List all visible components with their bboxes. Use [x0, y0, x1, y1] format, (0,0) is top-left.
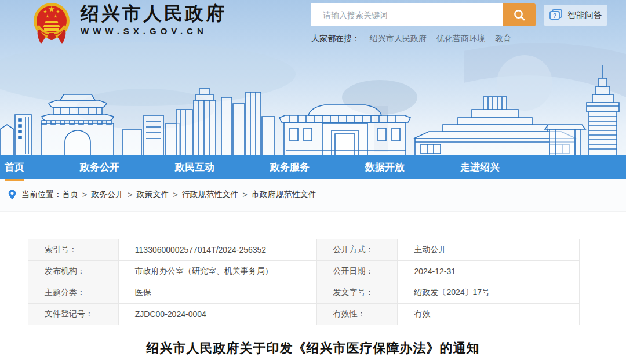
breadcrumb-separator: > [82, 190, 87, 199]
document-content: 索引号： 11330600002577014T/2024-256352 公开方式… [0, 212, 626, 357]
breadcrumb-item-current: 市政府规范性文件 [252, 190, 316, 200]
breadcrumb-label: 当前位置： [21, 190, 62, 200]
hot-search-link[interactable]: 绍兴市人民政府 [370, 34, 427, 44]
breadcrumb-separator: > [173, 190, 177, 199]
validity-label: 有效性： [316, 304, 398, 325]
nav-item-open-data[interactable]: 数据开放 [365, 161, 405, 174]
registration-number-label: 文件登记号： [28, 304, 119, 325]
search-button[interactable] [503, 3, 536, 26]
table-row: 主题分类： 医保 发文字号： 绍政发〔2024〕17号 [28, 282, 580, 304]
table-row: 发布机构： 市政府办公室（研究室、机关事务局） 公开日期： 2024-12-31 [28, 261, 580, 282]
header-banner: 绍兴市人民政府 WWW.SX.GOV.CN [0, 0, 626, 155]
index-number-label: 索引号： [28, 239, 119, 261]
search-area: ? 智能问答 大家都在搜： 绍兴市人民政府 优化营商环境 教育 [311, 3, 608, 44]
site-text: 绍兴市人民政府 WWW.SX.GOV.CN [81, 1, 227, 36]
disclosure-method-label: 公开方式： [316, 239, 398, 261]
publish-date-label: 公开日期： [316, 261, 398, 282]
hot-search-label: 大家都在搜： [311, 34, 360, 44]
disclosure-method-value: 主动公开 [398, 239, 580, 261]
breadcrumb-item-admin-normative[interactable]: 行政规范性文件 [182, 190, 239, 200]
main-nav: 首页 政务公开 政民互动 政务服务 数据开放 走进绍兴 [0, 155, 626, 179]
breadcrumb-item-home[interactable]: 首页 [62, 190, 78, 200]
hot-search-row: 大家都在搜： 绍兴市人民政府 优化营商环境 教育 [311, 34, 608, 44]
breadcrumb-item-gov-affairs[interactable]: 政务公开 [91, 190, 123, 200]
search-input[interactable] [311, 3, 503, 26]
city-skyline-illustration [0, 42, 626, 155]
nav-item-about-shaoxing[interactable]: 走进绍兴 [460, 161, 500, 174]
site-logo[interactable]: 绍兴市人民政府 WWW.SX.GOV.CN [32, 1, 227, 45]
svg-text:?: ? [553, 13, 556, 19]
nav-item-gov-affairs[interactable]: 政务公开 [80, 161, 119, 174]
issuing-agency-label: 发布机构： [28, 261, 119, 282]
nav-item-services[interactable]: 政务服务 [270, 161, 310, 174]
search-icon [513, 9, 526, 21]
location-pin-icon [8, 190, 16, 200]
site-url: WWW.SX.GOV.CN [81, 26, 227, 36]
table-row: 索引号： 11330600002577014T/2024-256352 公开方式… [28, 239, 580, 261]
smart-qa-label: 智能问答 [567, 10, 602, 21]
publish-date-value: 2024-12-31 [398, 261, 580, 282]
page-title: 绍兴市人民政府关于印发《绍兴市医疗保障办法》的通知 [0, 340, 626, 357]
smart-qa-button[interactable]: ? 智能问答 [544, 5, 607, 26]
validity-value: 有效 [398, 304, 580, 325]
chat-question-icon: ? [549, 9, 563, 21]
national-emblem-icon [32, 1, 71, 45]
breadcrumb-separator: > [128, 190, 132, 199]
topic-category-value: 医保 [118, 282, 316, 304]
page: 绍兴市人民政府 WWW.SX.GOV.CN [0, 0, 626, 364]
registration-number-value: ZJDC00-2024-0004 [118, 304, 316, 325]
index-number-value: 11330600002577014T/2024-256352 [118, 239, 316, 261]
breadcrumb-item-policy-docs[interactable]: 政策文件 [136, 190, 169, 200]
document-number-value: 绍政发〔2024〕17号 [398, 282, 580, 304]
table-row: 文件登记号： ZJDC00-2024-0004 有效性： 有效 [28, 304, 580, 325]
nav-item-interaction[interactable]: 政民互动 [175, 161, 214, 174]
topic-category-label: 主题分类： [28, 282, 119, 304]
breadcrumb-separator: > [243, 190, 248, 199]
nav-item-home[interactable]: 首页 [5, 161, 24, 174]
hot-search-link[interactable]: 优化营商环境 [436, 34, 485, 44]
document-info-table: 索引号： 11330600002577014T/2024-256352 公开方式… [28, 239, 580, 325]
active-tab-indicator [5, 179, 24, 181]
breadcrumb: 当前位置： 首页 > 政务公开 > 政策文件 > 行政规范性文件 > 市政府规范… [0, 179, 626, 212]
site-title: 绍兴市人民政府 [81, 3, 227, 24]
issuing-agency-value: 市政府办公室（研究室、机关事务局） [118, 261, 316, 282]
document-number-label: 发文字号： [316, 282, 398, 304]
hot-search-link[interactable]: 教育 [495, 34, 511, 44]
